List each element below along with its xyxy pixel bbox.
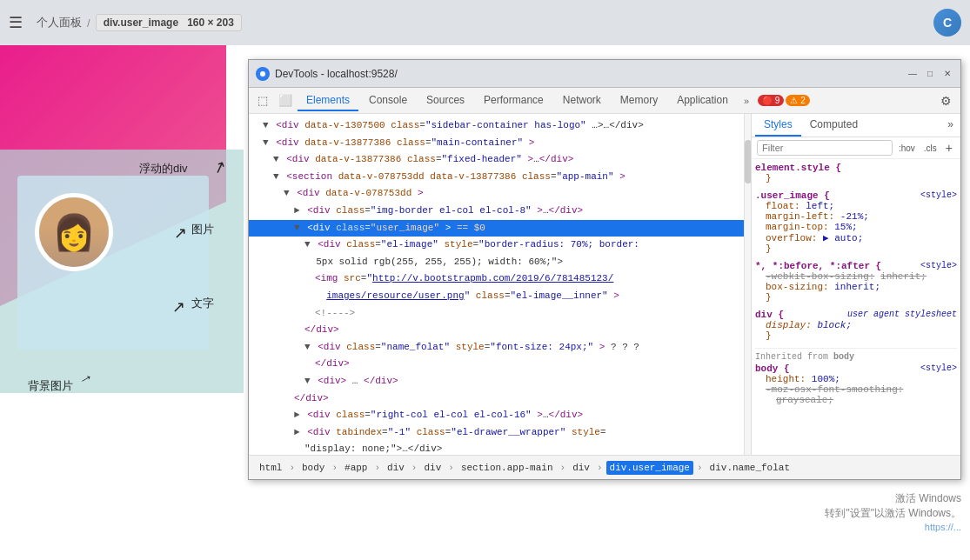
avatar: 👩 <box>35 193 113 271</box>
tab-console[interactable]: Console <box>360 90 416 111</box>
dom-line[interactable]: ► <div tabindex="-1" class="el-drawer__w… <box>249 424 750 442</box>
bc-user-image[interactable]: div.user_image <box>606 461 693 475</box>
bc-name-folat[interactable]: div.name_folat <box>706 461 793 475</box>
styles-filter-bar: :hov .cls + <box>752 137 960 159</box>
dom-line[interactable]: </div> <box>249 322 750 339</box>
arrow-text: ↙ <box>172 298 185 317</box>
bg-white-card <box>17 176 209 350</box>
label-bg-image: 背景图片 <box>28 378 73 394</box>
bc-div2[interactable]: div <box>420 461 445 475</box>
devtools-window: DevTools - localhost:9528/ — □ ✕ ⬚ ⬜ Ele… <box>248 59 961 480</box>
dom-line[interactable]: 5px solid rgb(255, 255, 255); width: 60%… <box>249 254 750 271</box>
devtools-body: ▼ <div data-v-1307500 class="sidebar-con… <box>249 114 960 455</box>
select-element-icon[interactable]: ⬚ <box>252 90 273 111</box>
element-info-badge: div.user_image 160 × 203 <box>96 14 242 31</box>
devtools-close-button[interactable]: ✕ <box>941 68 953 80</box>
dom-line[interactable]: ► <div class="right-col el-col el-col-16… <box>249 407 750 424</box>
bc-div1[interactable]: div <box>384 461 408 475</box>
tab-sources[interactable]: Sources <box>418 90 473 111</box>
hamburger-icon[interactable]: ☰ <box>9 13 23 32</box>
tab-performance[interactable]: Performance <box>475 90 552 111</box>
dom-panel-wrapper: ▼ <div data-v-1307500 class="sidebar-con… <box>249 114 752 455</box>
dom-panel-scrollbar-thumb[interactable] <box>745 140 752 183</box>
warn-badge: ⚠ 2 <box>786 95 809 106</box>
activate-windows-url: https://... <box>825 521 961 534</box>
settings-gear-icon[interactable]: ⚙ <box>935 90 957 111</box>
styles-filter-input[interactable] <box>757 140 893 156</box>
label-floating-div: 浮动的div <box>139 161 188 177</box>
dom-line[interactable]: ▼ <div data-v-13877386 class="fixed-head… <box>249 151 750 169</box>
devtools-titlebar: DevTools - localhost:9528/ — □ ✕ <box>249 60 960 88</box>
activate-windows-notice: 激活 Windows 转到"设置"以激活 Windows。 https://..… <box>825 491 961 534</box>
arrow-image: ↙ <box>174 224 187 243</box>
more-tabs-button[interactable]: » <box>739 92 754 110</box>
browser-avatar-icon: C <box>933 9 961 37</box>
cls-button[interactable]: .cls <box>921 142 940 155</box>
dom-line[interactable]: images/resource/user.png" class="el-imag… <box>249 288 750 305</box>
error-badge: 🔴 9 <box>758 95 784 106</box>
styles-more-button[interactable]: » <box>944 114 957 137</box>
breadcrumb-home[interactable]: 个人面板 <box>37 15 82 30</box>
dom-line[interactable]: </div> <box>249 356 750 373</box>
bc-body[interactable]: body <box>298 461 328 475</box>
style-rule-universal: *, *:before, *:after { <style> -webkit-b… <box>755 261 957 303</box>
tab-styles[interactable]: Styles <box>755 114 801 137</box>
dom-line-selected[interactable]: ▼ <div class="user_image" > == $0 <box>249 220 750 237</box>
add-style-button[interactable]: + <box>943 141 955 155</box>
styles-tabs: Styles Computed » <box>752 114 960 137</box>
styles-content[interactable]: element.style { } .user_image { <style> … <box>752 159 960 455</box>
breadcrumb: 个人面板 / div.user_image 160 × 203 <box>37 14 242 31</box>
browser-topbar: ☰ 个人面板 / div.user_image 160 × 203 C <box>0 0 970 45</box>
tab-application[interactable]: Application <box>668 90 737 111</box>
devtools-title: DevTools - localhost:9528/ <box>275 68 901 80</box>
style-rule-user-image: .user_image { <style> float: left; margi… <box>755 190 957 254</box>
tab-computed[interactable]: Computed <box>801 114 866 137</box>
devtools-toolbar: ⬚ ⬜ Elements Console Sources Performance… <box>249 88 960 114</box>
dom-line[interactable]: "display: none;">…</div> <box>249 441 750 455</box>
dom-line[interactable]: ▼ <section data-v-078753dd data-v-138773… <box>249 169 750 186</box>
bc-div3[interactable]: div <box>569 461 593 475</box>
avatar-face: 👩 <box>39 197 109 267</box>
dom-line[interactable]: </div> <box>249 390 750 408</box>
styles-panel: Styles Computed » :hov .cls + element.st… <box>752 114 960 455</box>
bc-app[interactable]: #app <box>341 461 371 475</box>
dom-panel[interactable]: ▼ <div data-v-1307500 class="sidebar-con… <box>249 114 751 455</box>
label-image: 图片 <box>191 222 214 237</box>
tab-memory[interactable]: Memory <box>612 90 666 111</box>
dom-line[interactable]: ▼ <div class="el-image" style="border-ra… <box>249 237 750 254</box>
activate-windows-title: 激活 Windows <box>825 491 961 506</box>
dom-panel-scrollbar[interactable] <box>744 114 751 455</box>
style-rule-body: body { <style> height: 100%; -moz-osx-fo… <box>755 363 957 405</box>
bc-section[interactable]: section.app-main <box>458 461 557 475</box>
dom-line[interactable]: ▼ <div data-v-1307500 class="sidebar-con… <box>249 117 750 135</box>
device-toolbar-icon[interactable]: ⬜ <box>275 90 296 111</box>
inherited-label: Inherited from body <box>755 348 957 362</box>
dom-line[interactable]: ▼ <div data-v-13877386 class="main-conta… <box>249 135 750 152</box>
dom-line[interactable]: <img src="http://v.bootstrapmb.com/2019/… <box>249 270 750 288</box>
dom-line[interactable]: ▼ <div> … </div> <box>249 373 750 390</box>
tab-network[interactable]: Network <box>554 90 610 111</box>
dom-line[interactable]: ► <div class="img-border el-col el-col-8… <box>249 203 750 220</box>
dom-line[interactable]: ▼ <div class="name_folat" style="font-si… <box>249 339 750 357</box>
tab-elements[interactable]: Elements <box>298 90 358 111</box>
activate-windows-subtitle: 转到"设置"以激活 Windows。 <box>825 506 961 521</box>
devtools-maximize-button[interactable]: □ <box>924 68 936 80</box>
dom-line[interactable]: <!----> <box>249 305 750 323</box>
hov-button[interactable]: :hov <box>896 142 918 155</box>
bc-html[interactable]: html <box>256 461 285 475</box>
devtools-breadcrumb-bar: html › body › #app › div › div › section… <box>249 455 960 479</box>
devtools-minimize-button[interactable]: — <box>906 68 919 80</box>
dom-line[interactable]: ▼ <div data-v-078753dd > <box>249 185 750 203</box>
label-text: 文字 <box>191 296 214 311</box>
style-rule-element: element.style { } <box>755 163 957 183</box>
devtools-favicon <box>256 67 270 81</box>
style-rule-div: div { user agent stylesheet display: blo… <box>755 310 957 341</box>
